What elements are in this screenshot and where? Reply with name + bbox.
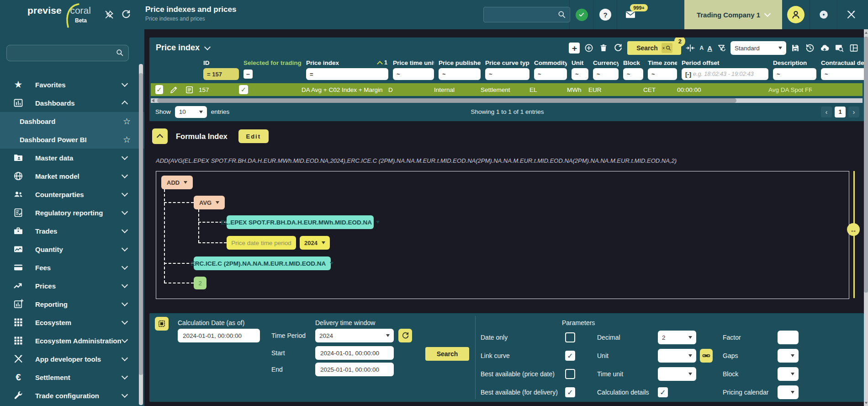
column-header-price-curve-type[interactable]: Price curve type — [485, 59, 529, 67]
column-header-period-offset[interactable]: Period offset — [682, 59, 768, 67]
id-filter-input[interactable]: = 157 — [203, 68, 239, 80]
filter-input[interactable]: ~ — [439, 68, 481, 80]
formula-node-series2[interactable]: ERC.ICE.C (2PM).NA.NA.M.EUR.t.MID.EOD.NA — [194, 256, 331, 270]
param-checkbox-best-available-price-date[interactable] — [565, 369, 575, 379]
delete-button[interactable] — [598, 43, 609, 53]
history-button[interactable] — [804, 43, 815, 53]
page-scrollbar[interactable] — [864, 29, 868, 406]
sidebar-item-settlement[interactable]: €Settlement — [0, 368, 144, 386]
sidebar-item-dashboards[interactable]: Dashboards — [0, 94, 144, 112]
view-select[interactable]: Standard — [730, 41, 786, 55]
help-cell[interactable]: ? — [593, 0, 617, 29]
settings-cell[interactable] — [810, 0, 837, 29]
page-size-select[interactable]: 10 — [175, 106, 207, 118]
sidebar-item-regulatory-reporting[interactable]: Regulatory reporting — [0, 203, 144, 222]
layout-toggle-button[interactable] — [155, 317, 169, 331]
sidebar-search-input[interactable] — [6, 45, 129, 61]
sidebar-item-fees[interactable]: Fees — [0, 258, 144, 277]
sidebar-item-trades[interactable]: Trades — [0, 222, 144, 240]
sidebar-item-reporting[interactable]: Reporting — [0, 295, 144, 313]
formula-node-series1[interactable]: EL.EPEX SPOT.FR.BH.DA.H.EUR.MWh.MID.EOD.… — [227, 215, 374, 229]
filter-input[interactable]: ~ — [485, 68, 529, 80]
formula-node-constant[interactable]: 2 — [194, 277, 206, 289]
sidebar-scrollbar[interactable] — [139, 64, 143, 405]
global-search-input[interactable] — [483, 7, 570, 22]
add-button[interactable]: + — [569, 43, 580, 53]
reset-filters-button[interactable] — [716, 43, 727, 53]
column-header-price-time-unit[interactable]: Price time unit — [393, 59, 434, 67]
sidebar-item-favorites[interactable]: ★Favorites — [0, 75, 144, 94]
sidebar-subitem-dashboard-power-bi[interactable]: Dashboard Power BI☆ — [0, 130, 144, 149]
unpin-icon[interactable] — [104, 9, 115, 20]
calc-date-input[interactable]: 2024-01-01, 00:00:00 — [178, 329, 260, 342]
sidebar-item-app-developer-tools[interactable]: App developer tools — [0, 350, 144, 368]
refresh-period-button[interactable] — [398, 329, 412, 342]
column-header-commodity[interactable]: Commodity — [534, 59, 567, 67]
param-select-pricing-calendar[interactable] — [778, 385, 799, 399]
price-index-title[interactable]: Price index — [156, 43, 210, 53]
param-checkbox-best-available-for-delivery[interactable]: ✓ — [565, 387, 575, 397]
param-select-block[interactable] — [778, 367, 799, 381]
column-header-contractual-descript[interactable]: Contractual descript — [821, 59, 864, 67]
reload-button[interactable] — [613, 43, 624, 53]
time-period-select[interactable]: 2024 — [315, 329, 394, 342]
collapse-section-button[interactable] — [152, 128, 168, 144]
trading-selected-checkbox[interactable]: ✓ — [239, 85, 248, 94]
filter-input[interactable]: ~ — [623, 68, 643, 80]
param-checkbox-date-only[interactable] — [565, 332, 575, 342]
sidebar-item-market-model[interactable]: Market model — [0, 167, 144, 185]
sidebar-item-master-data[interactable]: Master data — [0, 149, 144, 167]
param-input-factor[interactable] — [778, 331, 799, 344]
param-select-gaps[interactable] — [778, 349, 799, 363]
param-select-unit[interactable] — [658, 349, 696, 363]
table-row[interactable]: ✓157✓DA Avg + C02 Index + MarginDInterna… — [151, 83, 863, 96]
column-header-price-publisher[interactable]: Price publisher — [439, 59, 481, 67]
save-view-button[interactable] — [790, 43, 801, 53]
page-refresh-icon[interactable] — [121, 9, 132, 20]
formula-node-function[interactable]: AVG — [194, 196, 225, 209]
search-button[interactable]: Search — [425, 347, 469, 361]
duplicate-button[interactable] — [583, 43, 594, 53]
sidebar-item-ecosystem-administration[interactable]: Ecosystem Administration — [0, 331, 144, 350]
search-clear-icon[interactable]: × — [662, 43, 672, 53]
row-details-icon[interactable] — [185, 85, 194, 95]
row-select-checkbox[interactable]: ✓ — [155, 85, 163, 94]
formula-node-param-value[interactable]: 2024 — [300, 236, 330, 250]
filter-input[interactable]: ~ — [773, 68, 816, 80]
favorite-star-icon[interactable]: ☆ — [123, 134, 131, 145]
filter-input[interactable]: ~ — [393, 68, 434, 80]
favorite-star-icon[interactable]: ☆ — [123, 116, 131, 127]
font-increase-button[interactable]: A — [707, 44, 712, 52]
formula-node-operator[interactable]: ADD — [161, 176, 193, 189]
sidebar-item-counterparties[interactable]: Counterparties — [0, 185, 144, 203]
end-date-input[interactable]: 2025-01-01, 00:00:00 — [315, 363, 394, 376]
customize-cell[interactable] — [837, 0, 865, 29]
filter-input[interactable]: ~ — [534, 68, 567, 80]
column-header-time-zone[interactable]: Time zone — [648, 59, 677, 67]
param-select-decimal[interactable]: 2 — [658, 331, 696, 344]
font-decrease-button[interactable]: A — [699, 45, 704, 51]
link-curve-button[interactable] — [700, 349, 713, 363]
upload-button[interactable] — [819, 43, 830, 53]
user-avatar-cell[interactable] — [782, 0, 810, 29]
notifications-cell[interactable]: 999+ — [617, 0, 645, 29]
filter-input[interactable]: ~ — [593, 68, 619, 80]
table-search-button[interactable]: Search×2 — [627, 41, 681, 55]
column-header-currency[interactable]: Currency — [593, 59, 619, 67]
sidebar-subitem-dashboard[interactable]: Dashboard☆ — [0, 112, 144, 130]
panel-resize-handle[interactable]: ↔ — [847, 223, 860, 236]
param-select-time-unit[interactable] — [658, 367, 696, 381]
sidebar-item-quantity[interactable]: Quantity — [0, 240, 144, 258]
search-in-table-button[interactable] — [834, 43, 845, 53]
next-page-button[interactable]: › — [848, 107, 859, 118]
column-header-id[interactable]: ID — [203, 59, 239, 67]
current-page-button[interactable]: 1 — [835, 107, 846, 118]
company-selector[interactable]: Trading Company 1 — [684, 0, 782, 29]
filter-input[interactable]: ~ — [648, 68, 677, 80]
status-ok-cell[interactable] — [569, 0, 593, 29]
selected-filter-toggle[interactable]: – — [243, 69, 253, 79]
edit-button[interactable]: Edit — [238, 129, 269, 143]
layout-columns-button[interactable] — [848, 43, 859, 53]
filter-input[interactable]: = — [306, 68, 388, 80]
prev-page-button[interactable]: ‹ — [821, 107, 832, 118]
